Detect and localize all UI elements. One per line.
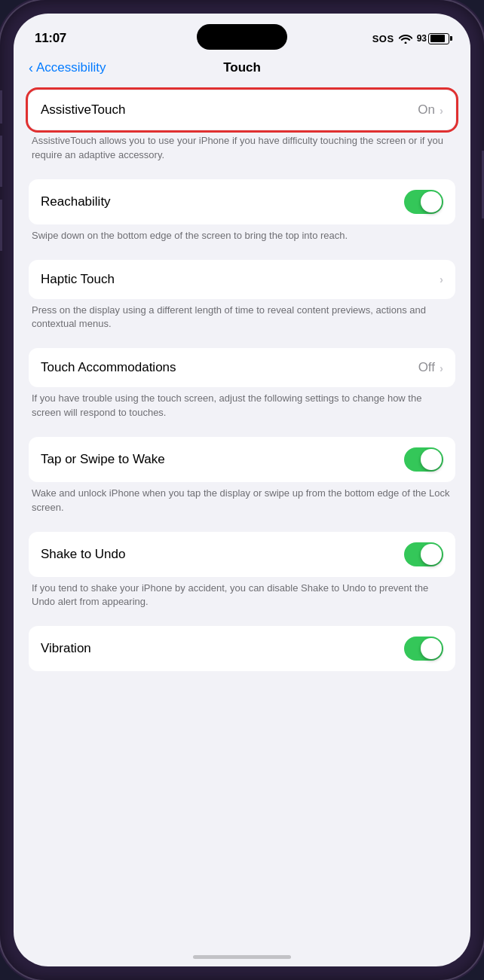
- shake-undo-card: Shake to Undo: [29, 532, 455, 577]
- reachability-card: Reachability: [29, 179, 455, 224]
- touch-accommodations-section: Touch Accommodations Off › If you have t…: [29, 348, 455, 431]
- reachability-row[interactable]: Reachability: [29, 179, 455, 224]
- reachability-description: Swipe down on the bottom edge of the scr…: [29, 224, 455, 254]
- chevron-right-icon: ›: [440, 104, 443, 117]
- battery-fill: [430, 35, 446, 42]
- assistive-touch-section: AssistiveTouch On › AssistiveTouch allow…: [29, 90, 455, 173]
- tap-swipe-wake-toggle[interactable]: [404, 447, 443, 472]
- touch-accommodations-row[interactable]: Touch Accommodations Off ›: [29, 348, 455, 387]
- status-time: 11:07: [35, 31, 66, 46]
- battery-icon: [428, 33, 449, 44]
- touch-accommodations-right: Off ›: [418, 360, 443, 375]
- assistive-touch-label: AssistiveTouch: [41, 102, 125, 118]
- tap-swipe-wake-card: Tap or Swipe to Wake: [29, 437, 455, 482]
- toggle-knob: [421, 191, 442, 212]
- shake-undo-row[interactable]: Shake to Undo: [29, 532, 455, 577]
- nav-header: ‹ Accessibility Touch: [14, 57, 470, 84]
- tap-swipe-wake-section: Tap or Swipe to Wake Wake and unlock iPh…: [29, 437, 455, 526]
- toggle-knob: [421, 544, 442, 565]
- back-label: Accessibility: [36, 60, 106, 75]
- haptic-touch-description: Press on the display using a different l…: [29, 299, 455, 343]
- volume-up-button[interactable]: [0, 136, 2, 187]
- shake-undo-toggle[interactable]: [404, 542, 443, 566]
- assistive-touch-card-wrapper: AssistiveTouch On ›: [29, 90, 455, 130]
- vibration-card: Vibration: [29, 626, 455, 671]
- assistive-touch-value: On: [418, 102, 435, 118]
- shake-undo-description: If you tend to shake your iPhone by acci…: [29, 577, 455, 621]
- shake-undo-section: Shake to Undo If you tend to shake your …: [29, 532, 455, 621]
- scroll-content: AssistiveTouch On › AssistiveTouch allow…: [14, 84, 470, 955]
- sos-indicator: SOS: [372, 33, 394, 44]
- haptic-touch-card: Haptic Touch ›: [29, 260, 455, 299]
- phone-screen: 11:07 SOS 93 ‹ Accessibil: [14, 14, 470, 966]
- tap-swipe-wake-label: Tap or Swipe to Wake: [41, 452, 165, 467]
- back-button[interactable]: ‹ Accessibility: [29, 60, 106, 76]
- touch-accommodations-chevron-icon: ›: [440, 362, 443, 374]
- toggle-knob: [421, 638, 442, 659]
- touch-accommodations-value: Off: [418, 360, 435, 375]
- tap-swipe-wake-row[interactable]: Tap or Swipe to Wake: [29, 437, 455, 482]
- home-indicator: [14, 955, 470, 966]
- toggle-knob: [421, 449, 442, 470]
- page-title: Touch: [223, 60, 261, 75]
- dynamic-island: [197, 24, 287, 50]
- phone-frame: 11:07 SOS 93 ‹ Accessibil: [0, 0, 484, 980]
- wifi-icon: [399, 33, 412, 44]
- silent-switch[interactable]: [0, 90, 2, 124]
- touch-accommodations-description: If you have trouble using the touch scre…: [29, 387, 455, 431]
- vibration-row[interactable]: Vibration: [29, 626, 455, 671]
- haptic-touch-right: ›: [440, 273, 443, 285]
- vibration-label: Vibration: [41, 641, 91, 656]
- back-chevron-icon: ‹: [29, 60, 33, 76]
- tap-swipe-wake-description: Wake and unlock iPhone when you tap the …: [29, 482, 455, 526]
- shake-undo-label: Shake to Undo: [41, 547, 125, 562]
- touch-accommodations-card: Touch Accommodations Off ›: [29, 348, 455, 387]
- volume-down-button[interactable]: [0, 200, 2, 251]
- vibration-toggle[interactable]: [404, 637, 443, 661]
- assistive-touch-card: AssistiveTouch On ›: [29, 90, 455, 130]
- status-icons: SOS 93: [372, 33, 449, 44]
- touch-accommodations-label: Touch Accommodations: [41, 360, 176, 375]
- haptic-touch-chevron-icon: ›: [440, 273, 443, 285]
- reachability-section: Reachability Swipe down on the bottom ed…: [29, 179, 455, 254]
- haptic-touch-label: Haptic Touch: [41, 272, 115, 287]
- haptic-touch-row[interactable]: Haptic Touch ›: [29, 260, 455, 299]
- assistive-touch-row[interactable]: AssistiveTouch On ›: [29, 90, 455, 130]
- assistive-touch-description: AssistiveTouch allows you to use your iP…: [29, 130, 455, 173]
- home-bar: [193, 955, 291, 959]
- assistive-touch-right: On ›: [418, 102, 443, 118]
- battery-container: 93: [417, 33, 449, 44]
- battery-level: 93: [417, 33, 427, 44]
- vibration-section: Vibration: [29, 626, 455, 671]
- haptic-touch-section: Haptic Touch › Press on the display usin…: [29, 260, 455, 343]
- reachability-toggle[interactable]: [404, 190, 443, 214]
- reachability-label: Reachability: [41, 194, 111, 209]
